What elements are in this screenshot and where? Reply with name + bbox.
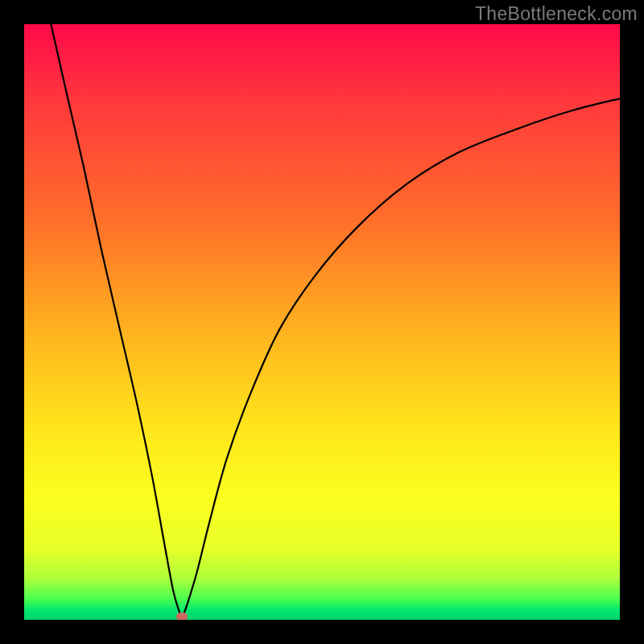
plot-area xyxy=(24,24,620,620)
bottleneck-curve xyxy=(24,24,620,620)
watermark-text: TheBottleneck.com xyxy=(475,3,638,25)
minimum-marker xyxy=(176,613,188,620)
chart-frame: TheBottleneck.com xyxy=(0,0,644,644)
